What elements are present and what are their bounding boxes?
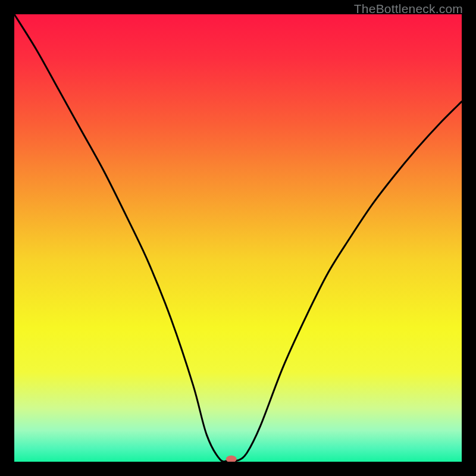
gradient-background: [14, 14, 462, 462]
bottleneck-chart: [14, 14, 462, 462]
chart-frame: TheBottleneck.com: [0, 0, 476, 476]
plot-area: [14, 14, 462, 462]
